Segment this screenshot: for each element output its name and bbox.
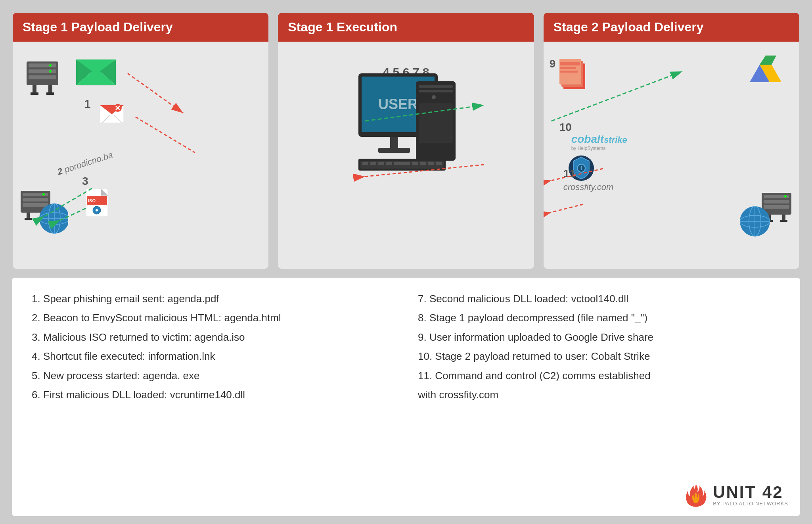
svg-rect-67 [420,162,426,165]
svg-rect-92 [764,200,789,203]
computer-icon: USER [350,73,462,202]
step11-area: 11 crossfity.com [563,167,614,192]
svg-point-26 [42,193,45,196]
svg-rect-63 [378,162,384,165]
panel2-body: 4,5,6,7,8 USER [278,42,534,256]
legend-item-10: 10. Stage 2 payload returned to user: Co… [418,349,780,363]
legend-item-11: 11. Command and control (C2) comms estab… [418,369,780,383]
legend-item-8: 8. Stage 1 payload decompressed (file na… [418,311,780,325]
legend-item-7: 7. Second malicious DLL loaded: vctool14… [418,292,780,306]
legend-col-1: 1. Spear phishing email sent: agenda.pdf… [32,292,394,502]
server-globe-right [740,193,791,240]
svg-rect-69 [436,162,442,165]
bottom-section: 1. Spear phishing email sent: agenda.pdf… [12,278,800,516]
panel1-header: Stage 1 Payload Delivery [13,13,268,42]
svg-rect-52 [390,137,398,149]
svg-rect-1 [29,63,56,67]
main-container: Stage 1 Payload Delivery [0,0,812,524]
svg-rect-27 [27,213,30,219]
svg-text:ISO: ISO [88,198,96,203]
svg-rect-7 [48,85,52,93]
unit42-label: UNIT 42 [713,484,788,501]
svg-rect-68 [428,162,434,165]
legend-item-4: 4. Shortcut file executed: information.l… [32,349,394,363]
legend-item-3: 3. Malicious ISO returned to victim: age… [32,330,394,344]
step1-num: 1 [84,97,91,110]
panel-stage1-payload: Stage 1 Payload Delivery [12,12,269,270]
panel-stage2-payload: Stage 2 Payload Delivery 9 [543,12,800,270]
panel1-title: Stage 1 Payload Delivery [23,20,173,34]
step1-label: 1 [84,97,91,111]
google-drive-icon [748,54,783,87]
svg-text:USER: USER [378,96,418,112]
svg-rect-80 [560,71,578,73]
server-globe-left [21,191,68,236]
legend-item-5: 5. New process started: agenda. exe [32,369,394,383]
panel3-body: 9 [544,42,799,256]
svg-line-108 [552,204,583,212]
svg-line-43 [136,117,195,153]
server-icon-1 [25,58,60,99]
svg-rect-79 [560,67,576,69]
top-section: Stage 1 Payload Delivery [0,0,812,278]
svg-rect-58 [419,103,453,143]
svg-rect-53 [378,148,410,153]
svg-rect-65 [394,162,410,165]
svg-rect-6 [33,85,36,93]
svg-rect-96 [782,215,785,221]
step9-area: 9 [559,58,587,91]
svg-rect-64 [386,162,392,165]
step10-num: 10 [559,121,572,134]
cobalt-strike-label: cobaltstrike by HelpSystems [571,133,627,151]
panel2-title: Stage 1 Execution [288,20,397,34]
svg-rect-2 [29,69,56,73]
legend-item-11b: with crossfity.com [418,388,780,402]
legend-item-1: 1. Spear phishing email sent: agenda.pdf [32,292,394,306]
panel-stage1-execution: Stage 1 Execution 4,5,6,7,8 USER [277,12,534,270]
svg-rect-98 [780,220,787,222]
svg-rect-29 [25,218,32,220]
unit42-sub: BY PALO ALTO NETWORKS [713,501,788,507]
panel3-header: Stage 2 Payload Delivery [544,13,799,42]
step3-num: 3 [82,175,88,188]
legend-item-6: 6. First malicious DLL loaded: vcruntime… [32,388,394,402]
svg-rect-66 [412,162,418,165]
svg-line-42 [128,73,183,113]
svg-rect-93 [764,205,789,209]
panel1-body: 1 [13,42,268,256]
legend-col-2: 7. Second malicious DLL loaded: vctool14… [418,292,780,502]
svg-rect-9 [46,92,54,95]
step9-num: 9 [550,58,556,70]
svg-point-4 [49,64,52,67]
svg-point-5 [49,70,52,73]
legend-item-2: 2. Beacon to EnvyScout malicious HTML: a… [32,311,394,325]
crossfity-label: crossfity.com [563,182,614,192]
svg-rect-8 [31,92,38,95]
svg-marker-84 [760,56,776,65]
phishing-email-icon [100,103,124,127]
svg-rect-78 [560,62,580,65]
svg-rect-61 [362,162,368,165]
svg-rect-24 [23,198,48,202]
svg-point-41 [96,209,98,211]
iso-icon: 3 ISO [86,189,112,220]
svg-rect-3 [29,75,56,79]
panel2-header: Stage 1 Execution [278,13,534,42]
panel3-title: Stage 2 Payload Delivery [553,20,704,34]
unit42-logo: UNIT 42 BY PALO ALTO NETWORKS [685,482,788,508]
legend-item-9: 9. User information uploaded to Google D… [418,330,780,344]
svg-point-57 [432,95,436,99]
svg-point-94 [784,195,787,198]
email-icon [76,56,116,89]
svg-rect-25 [23,203,48,207]
svg-rect-55 [419,85,453,88]
svg-rect-62 [370,162,376,165]
unit42-text-block: UNIT 42 BY PALO ALTO NETWORKS [713,484,788,507]
step11-num: 11 [563,167,576,180]
porodicno-label: 2 porodicno.ba [56,158,114,169]
svg-rect-56 [419,90,453,92]
unit42-icon [685,482,707,508]
